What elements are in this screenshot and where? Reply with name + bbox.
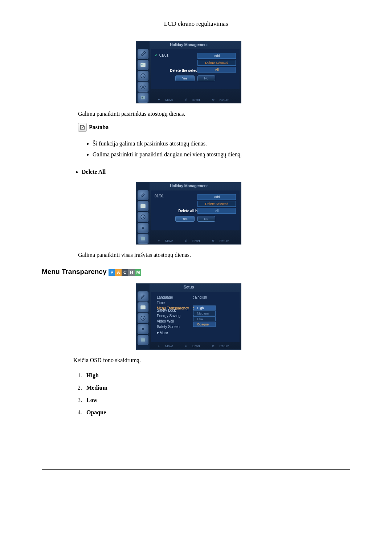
value: : English xyxy=(193,295,207,299)
clock-icon[interactable] xyxy=(138,71,148,81)
delete-selected-button[interactable]: Delete Selected xyxy=(197,201,236,207)
gear-icon[interactable] xyxy=(138,223,148,233)
row-time[interactable]: Time xyxy=(155,300,236,305)
label: Safety Lock xyxy=(157,308,193,312)
holiday-date[interactable]: 01/01 xyxy=(155,194,164,198)
svg-rect-13 xyxy=(141,338,145,342)
return-hint: ↺ Return xyxy=(212,344,233,348)
osd-sidebar-icons xyxy=(136,41,150,103)
osd-sidebar-icons xyxy=(136,284,150,349)
badge-m: M xyxy=(135,269,141,276)
label: Time xyxy=(157,301,193,305)
note-icon xyxy=(78,123,87,132)
add-button[interactable]: Add xyxy=(197,53,236,59)
osd-sidebar-icons xyxy=(136,182,150,244)
check-icon: ✓ xyxy=(155,53,158,58)
move-hint: ✦ Move xyxy=(158,98,177,102)
info-icon[interactable] xyxy=(138,93,148,103)
label: Language xyxy=(157,295,193,299)
row-energy-saving[interactable]: Energy Saving : xyxy=(155,313,236,319)
svg-rect-5 xyxy=(142,97,143,99)
svg-point-1 xyxy=(142,64,143,65)
svg-rect-9 xyxy=(141,237,145,241)
no-button[interactable]: No xyxy=(197,75,216,81)
enter-hint: ⏎ Enter xyxy=(185,344,204,348)
svg-rect-10 xyxy=(140,305,146,309)
svg-rect-0 xyxy=(140,63,146,67)
all-button[interactable]: All xyxy=(197,208,236,214)
page-header: LCD ekrano reguliavimas xyxy=(42,17,350,30)
enter-hint: ⏎ Enter xyxy=(185,98,204,102)
picture-icon[interactable] xyxy=(138,302,148,312)
row-language[interactable]: Language : English xyxy=(155,295,236,300)
list-item: Opaque xyxy=(83,406,350,419)
side-options: Add Delete Selected All xyxy=(197,194,236,215)
list-item: Low xyxy=(83,394,350,406)
clock-icon[interactable] xyxy=(138,212,148,222)
badge-p: P xyxy=(109,269,115,276)
side-options: Add Delete Selected All xyxy=(197,53,236,74)
bullet-2: Galima pasirinkti ir panaikinti daugiau … xyxy=(93,149,350,160)
input-badges: P A C H M xyxy=(109,269,141,276)
tool-icon[interactable] xyxy=(138,49,148,59)
date-value: 01/01 xyxy=(159,53,168,57)
return-hint: ↺ Return xyxy=(212,98,233,102)
list-item: Medium xyxy=(83,382,350,394)
yes-button[interactable]: Yes xyxy=(175,75,195,81)
picture-icon[interactable] xyxy=(138,60,148,70)
delete-selected-desc: Galima panaikinti pasirinktas atostogų d… xyxy=(78,111,350,117)
label: Video Wall xyxy=(157,319,193,323)
colon: : xyxy=(193,314,194,318)
badge-c: C xyxy=(122,269,128,276)
svg-rect-6 xyxy=(140,204,146,208)
yes-button[interactable]: Yes xyxy=(175,216,195,222)
delete-selected-button[interactable]: Delete Selected xyxy=(197,60,236,66)
svg-rect-4 xyxy=(141,96,145,99)
delete-all-heading: Delete All xyxy=(82,167,350,177)
footer-rule xyxy=(42,469,350,470)
note-row: Pastaba xyxy=(78,123,350,132)
colon: : xyxy=(193,306,194,310)
transparency-list: High Medium Low Opaque xyxy=(83,369,350,419)
clock-icon[interactable] xyxy=(138,313,148,323)
date-value: 01/01 xyxy=(155,194,164,198)
delete-all-label: Delete All xyxy=(82,167,350,177)
more-indicator[interactable]: More xyxy=(155,329,236,336)
label: Energy Saving xyxy=(157,314,193,318)
bullet-1: Ši funkcija galima tik pasirinkus atosto… xyxy=(93,138,350,149)
move-hint: ✦ Move xyxy=(158,344,177,348)
info-icon[interactable] xyxy=(138,335,148,345)
svg-point-8 xyxy=(142,227,144,229)
return-hint: ↺ Return xyxy=(212,239,233,243)
delete-all-desc: Galima panaikinti visas įrašytas atostog… xyxy=(78,252,350,258)
osd-holiday-delete-all: Holiday Management 01/01 Add Delete Sele… xyxy=(136,182,241,245)
svg-point-12 xyxy=(142,328,144,330)
tool-icon[interactable] xyxy=(138,190,148,200)
svg-point-3 xyxy=(142,86,144,88)
list-item: High xyxy=(83,369,350,382)
info-icon[interactable] xyxy=(138,234,148,244)
row-safety-screen[interactable]: Safety Screen xyxy=(155,324,236,329)
add-button[interactable]: Add xyxy=(197,194,236,200)
tool-icon[interactable] xyxy=(138,291,148,301)
badge-h: H xyxy=(128,269,135,276)
move-hint: ✦ Move xyxy=(158,239,177,243)
holiday-date[interactable]: ✓ 01/01 xyxy=(155,53,168,58)
note-bullets: Ši funkcija galima tik pasirinkus atosto… xyxy=(93,138,350,160)
enter-hint: ⏎ Enter xyxy=(185,239,204,243)
gear-icon[interactable] xyxy=(138,324,148,334)
osd-setup-menu-transparency: Setup Language : English Time Menu Trans… xyxy=(136,283,241,350)
picture-icon[interactable] xyxy=(138,201,148,211)
note-label: Pastaba xyxy=(89,124,109,131)
row-video-wall[interactable]: Video Wall xyxy=(155,319,236,324)
osd-footer: ✦ Move ⏎ Enter ↺ Return xyxy=(150,344,241,348)
gear-icon[interactable] xyxy=(138,82,148,92)
section-desc: Keičia OSD fono skaidrumą. xyxy=(73,357,350,364)
osd-footer: ✦ Move ⏎ Enter ↺ Return xyxy=(150,98,241,102)
badge-a: A xyxy=(115,269,122,276)
row-safety-lock[interactable]: Safety Lock xyxy=(155,308,236,313)
no-button[interactable]: No xyxy=(197,216,216,222)
label: Safety Screen xyxy=(157,325,193,329)
osd-footer: ✦ Move ⏎ Enter ↺ Return xyxy=(150,239,241,243)
all-button[interactable]: All xyxy=(197,67,236,73)
